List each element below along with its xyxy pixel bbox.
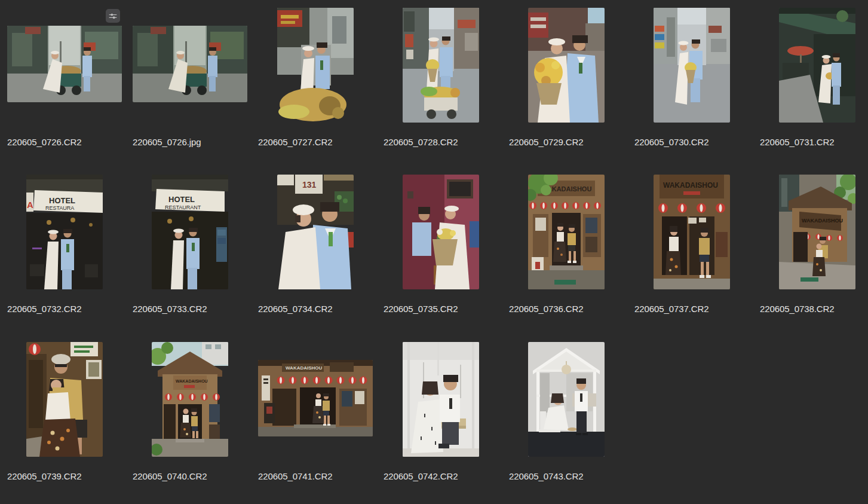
file-item[interactable]: 220605_0727.CR2: [258, 8, 373, 157]
file-name-label[interactable]: 220605_0738.CR2: [760, 304, 834, 314]
photo-thumbnail[interactable]: WAKADAISHOU: [779, 175, 855, 289]
svg-text:WAKADAISHOU: WAKADAISHOU: [663, 181, 718, 190]
photo-thumbnail[interactable]: [528, 8, 605, 123]
file-name-label[interactable]: 220605_0742.CR2: [384, 471, 458, 481]
file-item[interactable]: 220605_0726.jpg: [133, 8, 247, 157]
svg-text:A: A: [27, 200, 33, 210]
photo-thumbnail[interactable]: [277, 8, 354, 123]
photo-thumbnail[interactable]: [26, 342, 103, 457]
photo-thumbnail[interactable]: [403, 8, 479, 123]
file-item[interactable]: HOTELRESTAURANT220605_0733.CR2: [133, 175, 247, 324]
file-name-label[interactable]: 220605_0736.CR2: [509, 304, 583, 314]
file-item[interactable]: WAKADAISHOU220605_0741.CR2: [258, 342, 373, 491]
photo-thumbnail[interactable]: WAKADAISHOU: [528, 175, 605, 289]
photo-thumbnail[interactable]: HOTELRESTAURANT: [152, 175, 228, 289]
svg-text:HOTEL: HOTEL: [168, 195, 195, 204]
file-item[interactable]: 220605_0739.CR2: [7, 342, 122, 491]
file-name-label[interactable]: 220605_0739.CR2: [7, 471, 81, 481]
photo-thumbnail[interactable]: [654, 8, 730, 123]
file-name-label[interactable]: 220605_0729.CR2: [509, 137, 583, 147]
file-item[interactable]: WAKADAISHOU220605_0737.CR2: [634, 175, 749, 324]
photo-thumbnail[interactable]: AHOTELRESTAURA: [26, 175, 103, 289]
file-name-label[interactable]: 220605_0735.CR2: [384, 304, 458, 314]
svg-text:WAKADAISHOU: WAKADAISHOU: [176, 379, 208, 383]
file-item[interactable]: 220605_0735.CR2: [384, 175, 498, 324]
file-name-label[interactable]: 220605_0741.CR2: [258, 471, 332, 481]
file-name-label[interactable]: 220605_0731.CR2: [760, 137, 834, 147]
photo-thumbnail[interactable]: WAKADAISHOU: [258, 360, 373, 436]
file-name-label[interactable]: 220605_0728.CR2: [384, 137, 458, 147]
file-name-label[interactable]: 220605_0733.CR2: [133, 304, 207, 314]
svg-text:RESTAURA: RESTAURA: [45, 205, 74, 211]
file-item[interactable]: WAKADAISHOU220605_0736.CR2: [509, 175, 624, 324]
file-name-label[interactable]: 220605_0743.CR2: [509, 471, 583, 481]
file-item[interactable]: 220605_0731.CR2: [760, 8, 868, 157]
file-name-label[interactable]: 220605_0737.CR2: [634, 304, 708, 314]
photo-thumbnail[interactable]: [779, 8, 855, 123]
file-name-label[interactable]: 220605_0732.CR2: [7, 304, 81, 314]
file-item[interactable]: 220605_0726.CR2: [7, 8, 122, 157]
file-item[interactable]: 220605_0743.CR2: [509, 342, 624, 491]
svg-text:RESTAURANT: RESTAURANT: [165, 204, 201, 210]
file-item[interactable]: 131220605_0734.CR2: [258, 175, 373, 324]
file-item[interactable]: 220605_0730.CR2: [634, 8, 749, 157]
photo-thumbnail[interactable]: [7, 26, 122, 102]
file-name-label[interactable]: 220605_0734.CR2: [258, 304, 332, 314]
svg-text:HOTEL: HOTEL: [49, 196, 75, 205]
photo-thumbnail[interactable]: [133, 26, 247, 102]
photo-thumbnail[interactable]: [403, 175, 479, 289]
file-item[interactable]: AHOTELRESTAURA220605_0732.CR2: [7, 175, 122, 324]
file-item[interactable]: 220605_0742.CR2: [384, 342, 498, 491]
file-name-label[interactable]: 220605_0730.CR2: [634, 137, 708, 147]
file-name-label[interactable]: 220605_0726.CR2: [7, 137, 81, 147]
file-name-label[interactable]: 220605_0726.jpg: [133, 137, 201, 147]
file-name-label[interactable]: 220605_0740.CR2: [133, 471, 207, 481]
photo-thumbnail[interactable]: WAKADAISHOU: [152, 342, 228, 457]
file-browser-gallery: 220605_0726.CR2220605_0726.jpg220605_072…: [0, 0, 868, 504]
file-item[interactable]: WAKADAISHOU220605_0738.CR2: [760, 175, 868, 324]
file-name-label[interactable]: 220605_0727.CR2: [258, 137, 332, 147]
photo-thumbnail[interactable]: WAKADAISHOU: [654, 175, 730, 289]
photo-thumbnail[interactable]: [403, 342, 479, 457]
photo-thumbnail[interactable]: [528, 342, 605, 457]
svg-text:131: 131: [302, 180, 317, 190]
file-item[interactable]: 220605_0729.CR2: [509, 8, 624, 157]
file-item[interactable]: 220605_0728.CR2: [384, 8, 498, 157]
svg-text:WAKADAISHOU: WAKADAISHOU: [802, 218, 843, 224]
svg-text:WAKADAISHOU: WAKADAISHOU: [286, 365, 323, 371]
file-item[interactable]: WAKADAISHOU220605_0740.CR2: [133, 342, 247, 491]
photo-thumbnail[interactable]: 131: [277, 175, 354, 289]
